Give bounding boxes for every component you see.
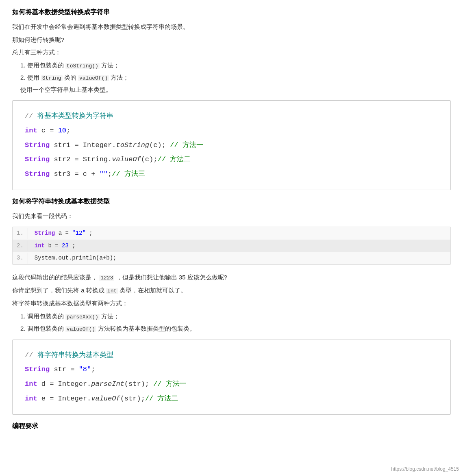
list-item-3: 使用一个空字符串加上基本类型。 bbox=[20, 84, 451, 95]
list-item-3-text: 使用一个空字符串加上基本类型。 bbox=[20, 86, 112, 93]
line-num-1: 1. bbox=[13, 228, 28, 239]
code2-line-2: int d = Integer.parseInt(str); // 方法一 bbox=[25, 377, 438, 392]
list2-item-2: 2. 调用包装类的 valueOf() 方法转换为基本数据类型的包装类。 bbox=[20, 323, 451, 334]
section-1-para3: 总共有三种方式： bbox=[12, 47, 451, 58]
line-content-3: System.out.println(a+b); bbox=[33, 253, 118, 264]
code-valueof-2: valueOf() bbox=[65, 326, 96, 332]
para2-pre: 这段代码输出的的结果应该是， bbox=[12, 274, 98, 281]
numbered-line-2: 2. int b = 23 ; bbox=[13, 240, 450, 252]
line-content-1: String a = "12" ; bbox=[33, 228, 94, 239]
list-suffix-2: 方法； bbox=[109, 74, 129, 81]
section-2-list: 1. 调用包装类的 parseXxx() 方法； 2. 调用包装类的 value… bbox=[20, 311, 451, 334]
section-3-title: 编程要求 bbox=[12, 422, 451, 431]
section-1-para2: 那如何进行转换呢? bbox=[12, 35, 451, 45]
list-suffix-1: 方法； bbox=[100, 62, 120, 69]
line-num-2: 2. bbox=[13, 240, 28, 251]
section-2-para3: 你肯定想到了，我们先将 a 转换成 int 类型，在相加就可以了。 bbox=[12, 285, 451, 296]
section-2-title: 如何将字符串转换成基本数据类型 bbox=[12, 197, 451, 206]
section-2: 如何将字符串转换成基本数据类型 我们先来看一段代码： 1. String a =… bbox=[12, 197, 451, 415]
list-num-1: 1. 使用包装类的 bbox=[20, 62, 65, 69]
code-line-2: String str1 = Integer.toString(c); // 方法… bbox=[25, 138, 438, 153]
section-1-title: 如何将基本数据类型转换成字符串 bbox=[12, 8, 451, 17]
code-line-4: String str3 = c + "";// 方法三 bbox=[25, 167, 438, 182]
code-block-numbered: 1. String a = "12" ; 2. int b = 23 ; 3. … bbox=[12, 227, 451, 265]
code2-line-1: String str = "8"; bbox=[25, 362, 438, 377]
section-2-para1: 我们先来看一段代码： bbox=[12, 211, 451, 221]
code-string-class: String bbox=[41, 75, 63, 81]
code-line-3: String str2 = String.valueOf(c);// 方法二 bbox=[25, 152, 438, 167]
para3-pre: 你肯定想到了，我们先将 a 转换成 bbox=[12, 287, 104, 294]
list-item-1: 1. 使用包装类的 toString() 方法； bbox=[20, 60, 451, 71]
para3-post: 类型，在相加就可以了。 bbox=[120, 287, 187, 294]
list-mid-2: 类的 bbox=[63, 74, 78, 81]
code2-line-3: int e = Integer.valueOf(str);// 方法二 bbox=[25, 392, 438, 406]
code-line-comment-1: // 将基本类型转换为字符串 bbox=[25, 109, 438, 123]
code-1223: 1223 bbox=[99, 275, 114, 281]
numbered-line-3: 3. System.out.println(a+b); bbox=[13, 252, 450, 264]
code-block-2: // 将字符串转换为基本类型 String str = "8"; int d =… bbox=[12, 340, 451, 415]
section-2-para4: 将字符串转换成基本数据类型有两种方式： bbox=[12, 298, 451, 309]
section-3: 编程要求 bbox=[12, 422, 451, 431]
list2-item-1: 1. 调用包装类的 parseXxx() 方法； bbox=[20, 311, 451, 322]
section-2-para2: 这段代码输出的的结果应该是， 1223 ，但是我们想让他输出 35 应该怎么做呢… bbox=[12, 272, 451, 283]
list-item-2: 2. 使用 String 类的 valueOf() 方法； bbox=[20, 72, 451, 83]
line-content-2: int b = 23 ; bbox=[33, 240, 77, 251]
list-num-2: 2. 使用 bbox=[20, 74, 41, 81]
line-num-3: 3. bbox=[13, 253, 28, 264]
section-1-para1: 我们在开发中会经常会遇到将基本数据类型转换成字符串的场景。 bbox=[12, 22, 451, 32]
code-valueof: valueOf() bbox=[78, 75, 109, 81]
para2-post: ，但是我们想让他输出 35 应该怎么做呢? bbox=[116, 274, 227, 281]
code-int: int bbox=[106, 288, 118, 294]
code2-line-comment: // 将字符串转换为基本类型 bbox=[25, 348, 438, 363]
section-1-list: 1. 使用包装类的 toString() 方法； 2. 使用 String 类的… bbox=[20, 60, 451, 95]
code-parsexxx: parseXxx() bbox=[65, 314, 100, 320]
section-1: 如何将基本数据类型转换成字符串 我们在开发中会经常会遇到将基本数据类型转换成字符… bbox=[12, 8, 451, 190]
code-line-1: int c = 10; bbox=[25, 123, 438, 138]
code-block-1: // 将基本类型转换为字符串 int c = 10; String str1 =… bbox=[12, 100, 451, 190]
code-tostring: toString() bbox=[65, 63, 100, 69]
numbered-line-1: 1. String a = "12" ; bbox=[13, 227, 450, 240]
